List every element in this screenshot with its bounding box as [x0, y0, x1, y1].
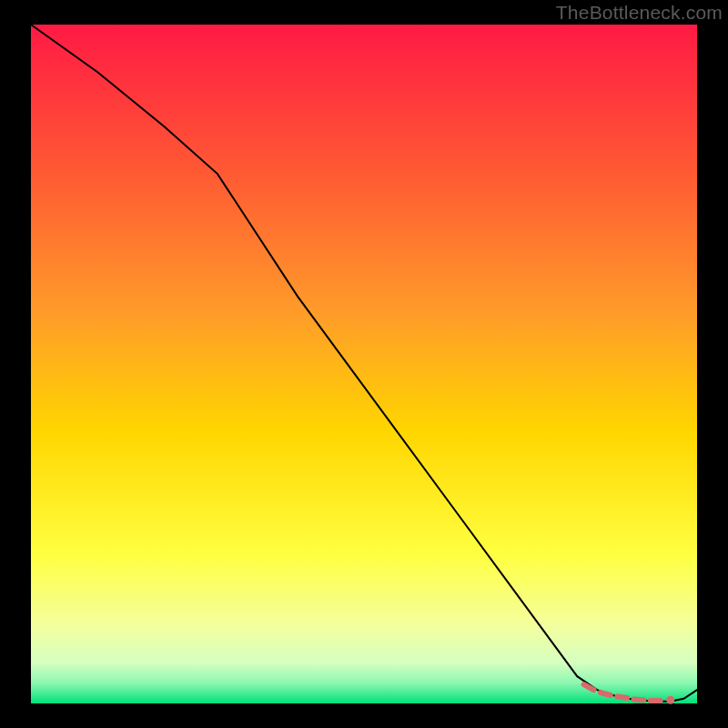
dash-4	[634, 700, 644, 701]
dash-2	[601, 693, 611, 695]
dash-3	[617, 697, 627, 699]
watermark-text: TheBottleneck.com	[556, 2, 723, 24]
chart-stage: TheBottleneck.com	[0, 0, 728, 728]
chart-svg	[0, 0, 728, 728]
plot-background	[31, 25, 697, 703]
dot-end	[666, 696, 674, 704]
